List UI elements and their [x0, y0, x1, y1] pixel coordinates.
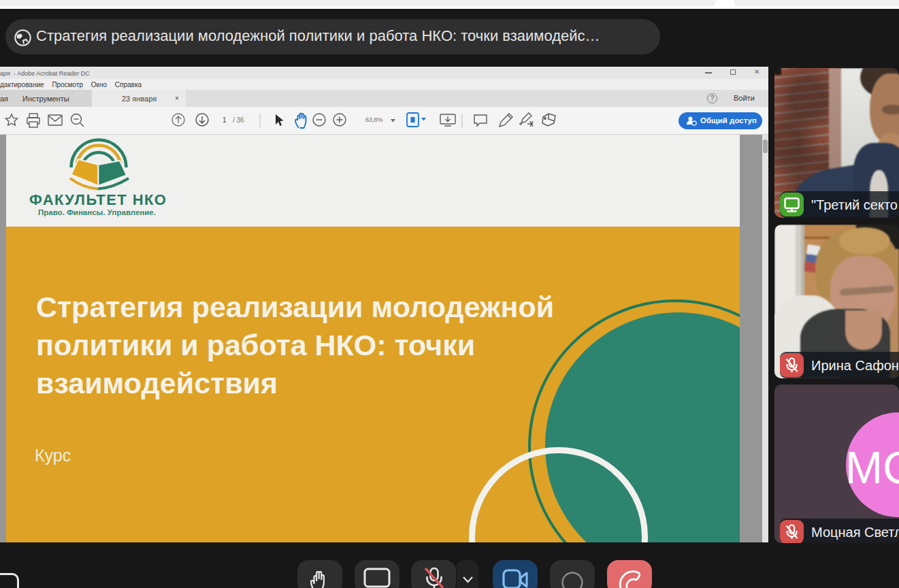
svg-text:/ 36: / 36 — [233, 116, 244, 124]
svg-text:63,8%: 63,8% — [365, 116, 383, 123]
svg-text:1: 1 — [223, 116, 227, 124]
